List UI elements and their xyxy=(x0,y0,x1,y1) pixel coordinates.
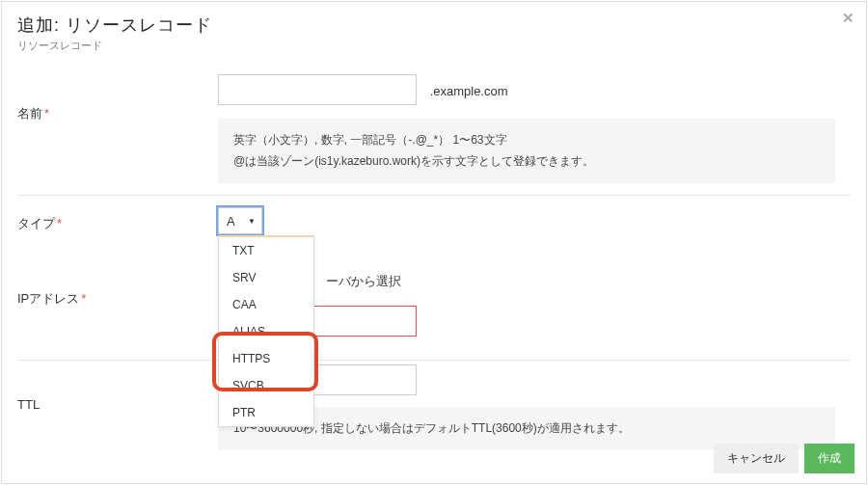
option-srv[interactable]: SRV xyxy=(219,264,313,291)
modal-header: 追加: リソースレコード リソースレコード xyxy=(2,2,866,57)
required-mark: * xyxy=(57,216,62,230)
label-type: タイプ* xyxy=(17,207,218,232)
name-help-line1: 英字（小文字）, 数字, 一部記号（-.@_*） 1〜63文字 xyxy=(233,130,820,151)
modal-add-resource-record: ✕ 追加: リソースレコード リソースレコード 名前* .example.com… xyxy=(1,1,867,484)
label-ip-text: IPアドレス xyxy=(17,291,79,306)
option-txt[interactable]: TXT xyxy=(219,237,313,264)
label-ttl: TTL xyxy=(17,372,218,412)
option-svcb[interactable]: SVCB xyxy=(219,372,313,399)
modal-subtitle: リソースレコード xyxy=(17,39,851,53)
name-help-box: 英字（小文字）, 数字, 一部記号（-.@_*） 1〜63文字 @は当該ゾーン(… xyxy=(218,119,835,183)
type-selected-value: A xyxy=(227,214,235,229)
option-ptr[interactable]: PTR xyxy=(219,399,313,426)
name-input[interactable] xyxy=(218,74,417,105)
content-type: A ▼ TXT SRV CAA ALIAS HTTPS SVCB PTR xyxy=(218,207,851,234)
label-type-text: タイプ xyxy=(17,216,55,230)
form-row-name: 名前* .example.com 英字（小文字）, 数字, 一部記号（-.@_*… xyxy=(17,57,851,196)
cancel-button[interactable]: キャンセル xyxy=(714,444,799,473)
required-mark: * xyxy=(81,291,86,306)
domain-suffix: .example.com xyxy=(430,84,508,98)
option-alias[interactable]: ALIAS xyxy=(219,318,313,345)
type-select[interactable]: A ▼ xyxy=(218,207,262,234)
form-body: 名前* .example.com 英字（小文字）, 数字, 一部記号（-.@_*… xyxy=(2,57,866,456)
label-name-text: 名前 xyxy=(17,106,42,121)
chevron-down-icon: ▼ xyxy=(248,217,256,226)
label-ip: IPアドレス* xyxy=(17,273,218,308)
modal-title: 追加: リソースレコード xyxy=(17,13,851,37)
form-row-ip: IPアドレス* ーバから選択 xyxy=(17,246,851,361)
type-dropdown: TXT SRV CAA ALIAS HTTPS SVCB PTR xyxy=(218,235,314,427)
close-icon[interactable]: ✕ xyxy=(842,10,854,27)
label-ttl-text: TTL xyxy=(17,397,40,412)
create-button[interactable]: 作成 xyxy=(804,444,854,473)
form-row-type: タイプ* A ▼ TXT SRV CAA ALIAS HTTPS SVCB xyxy=(17,196,851,246)
ip-server-select-text: ーバから選択 xyxy=(326,273,401,290)
name-help-line2: @は当該ゾーン(is1y.kazeburo.work)を示す文字として登録できま… xyxy=(233,151,820,173)
modal-footer: キャンセル 作成 xyxy=(2,434,866,483)
content-name: .example.com 英字（小文字）, 数字, 一部記号（-.@_*） 1〜… xyxy=(218,74,851,183)
option-https[interactable]: HTTPS xyxy=(219,345,313,372)
type-select-wrap: A ▼ TXT SRV CAA ALIAS HTTPS SVCB PTR xyxy=(218,207,262,234)
label-name: 名前* xyxy=(17,74,218,122)
required-mark: * xyxy=(44,106,49,121)
option-caa[interactable]: CAA xyxy=(219,291,313,318)
